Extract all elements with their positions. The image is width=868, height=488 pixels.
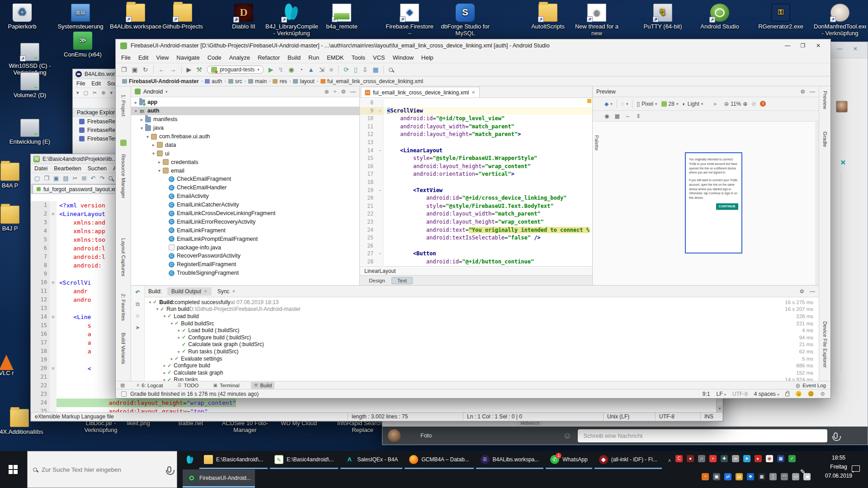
sdk-manager-icon[interactable]: ⇩ — [363, 66, 368, 73]
code-line[interactable]: 24 android:text="You originally intended… — [360, 226, 592, 235]
tree-item[interactable]: ▾java — [131, 124, 359, 132]
tree-item[interactable]: CEmailLinkCrossDeviceLinkingFragment — [131, 209, 359, 218]
desktop-icon[interactable]: ↗Win10SSD (C) - Verknüpfung — [4, 43, 56, 76]
tree-expand-icon[interactable]: ▸ — [162, 371, 167, 375]
whatsapp-window-controls[interactable]: — ✕ — [837, 46, 862, 52]
apply-changes-icon[interactable]: ↯ — [278, 66, 284, 73]
pen-icon[interactable]: ✎ — [800, 468, 806, 475]
build-tree-row[interactable]: ▸✓Load build (:buildSrc)4 ms — [145, 327, 819, 334]
desktop-icon[interactable]: ◎↗New thread for a new — [571, 4, 623, 37]
gradle-sync-icon[interactable]: ⟳ — [344, 66, 349, 73]
taskbar-app-b4alibs-workspa-[interactable]: ☰B4ALibs.workspa... — [476, 451, 544, 469]
tray-icon[interactable]: ∞ — [732, 455, 739, 462]
whatsapp-contact-avatar[interactable] — [388, 429, 401, 442]
tree-item[interactable]: ▾email — [131, 166, 359, 175]
desktop-icon[interactable]: ↗AutoItScripts — [522, 4, 574, 30]
tray-icon[interactable]: C — [675, 455, 683, 462]
tray-icon[interactable]: ✚ — [721, 455, 728, 462]
build-tree-row[interactable]: ▾✓Build: completed successfully at 07.06… — [145, 299, 819, 306]
sync-icon[interactable]: ↻ — [143, 66, 148, 73]
menu-item[interactable]: EMDK — [327, 54, 344, 61]
tree-expand-icon[interactable]: ▸ — [176, 335, 182, 340]
notepad-code-line[interactable]: 24 android:layout_height="wrap_content" — [31, 399, 716, 407]
hide-icon[interactable]: — — [810, 288, 815, 295]
menu-item[interactable]: Refactor — [258, 54, 280, 61]
gear-icon[interactable]: ⚙ — [341, 89, 346, 95]
desktop-icon[interactable]: ♻Papierkorb — [0, 4, 48, 30]
menu-item[interactable]: Build — [288, 54, 301, 61]
desktop-icon[interactable]: ▥▤Systemsteuerung — [54, 4, 107, 30]
build-tree-row[interactable]: ▸✓Configure build886 ms — [145, 362, 819, 369]
tool-windows-icon[interactable]: ▦ — [120, 382, 125, 388]
tree-item[interactable]: ▾ui — [131, 149, 359, 158]
close-icon[interactable]: ✕ — [811, 42, 826, 49]
desktop-icon[interactable]: ↗DonManfredTool.exe - Verknüpfung — [814, 4, 866, 37]
notepad-code-line[interactable]: 25 android:layout_gravity="top" — [31, 407, 716, 412]
readonly-lock-icon[interactable] — [785, 393, 789, 396]
code-line[interactable]: 8 — [360, 99, 592, 107]
project-view-selector[interactable]: Android — [143, 89, 163, 95]
desktop-icon[interactable]: ↗Github-Projects — [156, 4, 209, 30]
tree-item[interactable]: CCheckEmailFragment — [131, 175, 359, 183]
tab-design[interactable]: Design — [363, 277, 391, 284]
code-line[interactable]: 11 android:layout_width="match_parent" — [360, 123, 592, 131]
menu-item[interactable]: Edit — [138, 54, 148, 61]
tree-expand-icon[interactable]: ▾ — [147, 300, 153, 305]
tray-icon[interactable]: ~ — [702, 473, 709, 480]
preview-canvas[interactable]: Palette You originally intended to conne… — [593, 122, 819, 285]
tree-expand-icon[interactable]: ▾ — [151, 151, 156, 156]
breadcrumb-item[interactable]: main — [248, 78, 267, 84]
start-button[interactable] — [0, 451, 26, 488]
grid-icon[interactable]: ▦ — [614, 113, 619, 119]
forward-icon[interactable]: → — [170, 66, 176, 73]
code-line[interactable]: 26 — [360, 242, 592, 250]
desktop-icon[interactable]: ≫ConEmu (x64) — [57, 32, 109, 58]
toolwindow-tab-gradle[interactable]: Gradle — [822, 131, 828, 147]
menu-item[interactable]: VCS — [373, 54, 385, 61]
code-line[interactable]: 28 android:id="@+id/button_continue" — [360, 258, 592, 266]
taskbar-app-firebaseui-android-studio[interactable]: FirebaseUI-Android... — [183, 469, 255, 488]
tray-icon[interactable]: ▤ — [736, 473, 743, 480]
code-editor[interactable]: 89−<ScrollView10 android:id="@+id/top_le… — [360, 98, 592, 266]
code-line[interactable]: 22 android:layout_width="match_parent" — [360, 210, 592, 218]
taskbar-app-gcmb4a-datab-[interactable]: GCMB4A – Datab... — [405, 451, 473, 469]
fold-marker[interactable]: ⊟ — [50, 313, 57, 321]
menu-item[interactable]: Suchen — [88, 165, 107, 172]
code-line[interactable]: 14− <LinearLayout — [360, 147, 592, 155]
tab-build-output[interactable]: Build Output✕ — [167, 287, 212, 296]
tree-expand-icon[interactable]: ▾ — [156, 168, 162, 173]
run-anything-icon[interactable]: ▶ — [187, 66, 192, 73]
taskbar-search[interactable] — [27, 451, 177, 488]
find-icon[interactable] — [108, 176, 113, 180]
desktop-icon[interactable]: Entwicklung (E) — [4, 119, 56, 145]
theme-select[interactable]: ◐ Light ▾ — [682, 101, 703, 107]
tree-expand-icon[interactable]: ▾ — [139, 126, 145, 131]
profiler-icon[interactable]: ▲ — [308, 66, 314, 73]
tray-expand-icon[interactable]: ˄ — [668, 458, 671, 463]
code-line[interactable]: 17 android:orientation="vertical"> — [360, 170, 592, 178]
menu-item[interactable]: Datei — [34, 165, 47, 172]
gear-icon[interactable]: ⚙ — [800, 89, 805, 95]
expand-horizontal-icon[interactable]: ⇔ — [625, 113, 631, 119]
file-encoding[interactable]: UTF-8 — [732, 391, 748, 397]
whatsapp-close-chat-icon[interactable]: ✕ — [840, 159, 846, 167]
scroll-down-icon[interactable]: ▾ — [717, 405, 723, 412]
fold-marker[interactable]: − — [377, 147, 383, 155]
menu-item[interactable]: Run — [308, 54, 319, 61]
toolwindow-tab-build-variants[interactable]: Build Variants — [121, 333, 126, 364]
feedback-sad-icon[interactable]: ☹ — [808, 391, 814, 397]
toolwindow-tab-device-file-explorer[interactable]: Device File Explorer — [822, 321, 828, 368]
tab-terminal[interactable]: ▣Terminal — [211, 382, 242, 389]
tree-expand-icon[interactable]: ▸ — [176, 349, 182, 354]
tree-expand-icon[interactable]: ▾ — [133, 108, 139, 113]
overflow-icon[interactable]: » — [713, 101, 717, 107]
desktop-icon[interactable]: ↗b4a_remote — [316, 4, 368, 30]
fold-marker[interactable]: ⊟ — [50, 210, 57, 218]
expand-vertical-icon[interactable]: ⇕ — [636, 113, 641, 119]
desktop-icon[interactable]: ↗B4J_LibraryCompiler... - Verknüpfung — [265, 4, 318, 37]
fold-marker[interactable]: ⊟ — [50, 364, 57, 373]
stop-icon[interactable]: ■ — [330, 66, 333, 73]
tree-item[interactable]: CRecoverPasswordActivity — [131, 252, 359, 260]
whatsapp-profile-avatar[interactable] — [836, 101, 848, 113]
indent-select[interactable]: 4 spaces ▾ — [754, 391, 779, 397]
